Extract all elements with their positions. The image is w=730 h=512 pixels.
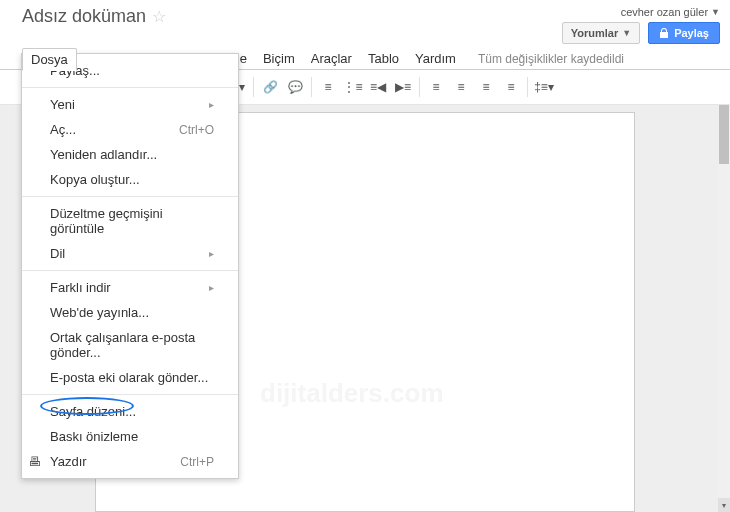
user-name: cevher ozan güler <box>621 6 708 18</box>
menu-download[interactable]: Farklı indir▸ <box>22 275 238 300</box>
menu-table[interactable]: Tablo <box>360 48 407 69</box>
line-spacing-button[interactable]: ‡≡▾ <box>532 75 556 99</box>
menu-page-setup[interactable]: Sayfa düzeni... <box>22 399 238 424</box>
align-right-button[interactable]: ≡ <box>474 75 498 99</box>
comments-button[interactable]: Yorumlar ▼ <box>562 22 640 44</box>
bulleted-list-button[interactable]: ⋮≡ <box>341 75 365 99</box>
menu-email-collaborators[interactable]: Ortak çalışanlara e-posta gönder... <box>22 325 238 365</box>
print-icon: 🖶 <box>28 454 41 469</box>
menu-open[interactable]: Aç...Ctrl+O <box>22 117 238 142</box>
menu-file[interactable]: Dosya <box>22 48 77 71</box>
lock-icon <box>659 28 669 38</box>
menu-language[interactable]: Dil▸ <box>22 241 238 266</box>
menu-help[interactable]: Yardım <box>407 48 464 69</box>
caret-down-icon: ▼ <box>711 7 720 17</box>
comment-button[interactable]: 💬 <box>283 75 307 99</box>
shortcut: Ctrl+P <box>180 455 214 469</box>
scroll-down-button[interactable]: ▾ <box>718 498 730 512</box>
document-title[interactable]: Adsız doküman <box>22 6 146 27</box>
user-menu[interactable]: cevher ozan güler ▼ <box>621 6 720 18</box>
title-area: Adsız doküman ☆ <box>22 6 166 27</box>
star-icon[interactable]: ☆ <box>152 7 166 26</box>
menu-revision-history[interactable]: Düzeltme geçmişini görüntüle <box>22 201 238 241</box>
menu-copy[interactable]: Kopya oluştur... <box>22 167 238 192</box>
link-button[interactable]: 🔗 <box>258 75 282 99</box>
header-right: cevher ozan güler ▼ Yorumlar ▼ Paylaş <box>562 6 720 44</box>
caret-down-icon: ▼ <box>622 28 631 38</box>
menu-print-preview[interactable]: Baskı önizleme <box>22 424 238 449</box>
separator <box>22 87 238 88</box>
share-button[interactable]: Paylaş <box>648 22 720 44</box>
align-left-button[interactable]: ≡ <box>424 75 448 99</box>
menu-publish[interactable]: Web'de yayınla... <box>22 300 238 325</box>
chevron-right-icon: ▸ <box>209 99 214 110</box>
vertical-scrollbar[interactable]: ▴ ▾ <box>718 88 730 512</box>
numbered-list-button[interactable]: ≡ <box>316 75 340 99</box>
save-status: Tüm değişiklikler kaydedildi <box>478 52 624 66</box>
align-justify-button[interactable]: ≡ <box>499 75 523 99</box>
menu-print[interactable]: 🖶 Yazdır Ctrl+P <box>22 449 238 474</box>
menu-rename[interactable]: Yeniden adlandır... <box>22 142 238 167</box>
indent-button[interactable]: ▶≡ <box>391 75 415 99</box>
menu-email-attachment[interactable]: E-posta eki olarak gönder... <box>22 365 238 390</box>
menu-new[interactable]: Yeni▸ <box>22 92 238 117</box>
separator <box>22 270 238 271</box>
chevron-right-icon: ▸ <box>209 282 214 293</box>
separator <box>22 196 238 197</box>
scroll-thumb[interactable] <box>719 104 729 164</box>
separator <box>22 394 238 395</box>
separator <box>527 77 528 97</box>
menu-tools[interactable]: Araçlar <box>303 48 360 69</box>
separator <box>419 77 420 97</box>
shortcut: Ctrl+O <box>179 123 214 137</box>
separator <box>311 77 312 97</box>
app-header: Adsız doküman ☆ cevher ozan güler ▼ Yoru… <box>0 0 730 46</box>
share-label: Paylaş <box>674 27 709 39</box>
menu-format[interactable]: Biçim <box>255 48 303 69</box>
chevron-right-icon: ▸ <box>209 248 214 259</box>
file-menu-dropdown: Paylaş... Yeni▸ Aç...Ctrl+O Yeniden adla… <box>21 53 239 479</box>
comments-label: Yorumlar <box>571 27 618 39</box>
align-center-button[interactable]: ≡ <box>449 75 473 99</box>
outdent-button[interactable]: ≡◀ <box>366 75 390 99</box>
separator <box>253 77 254 97</box>
